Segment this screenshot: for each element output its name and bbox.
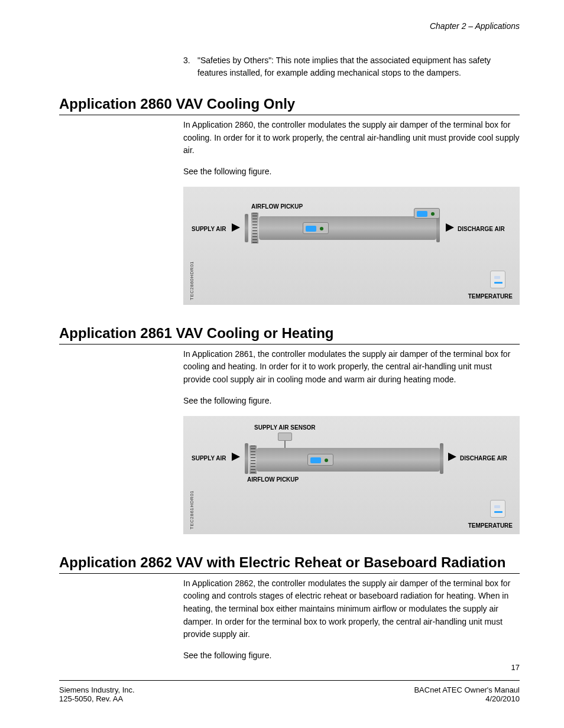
control-panel bbox=[307, 454, 333, 466]
figure-code: TEC2861HDR01 bbox=[189, 490, 195, 529]
label-discharge-air: DISCHARGE AIR bbox=[458, 226, 505, 232]
paragraph: See the following figure. bbox=[183, 649, 520, 662]
duct-flange bbox=[245, 443, 248, 474]
duct-flange bbox=[440, 443, 443, 474]
temperature-sensor-icon bbox=[490, 500, 505, 518]
control-panel bbox=[303, 222, 329, 234]
list-number: 3. bbox=[183, 54, 197, 79]
arrow-right-icon bbox=[448, 453, 456, 461]
indicator-icon bbox=[306, 226, 316, 232]
chapter-header: Chapter 2 – Applications bbox=[59, 21, 520, 31]
footer-company: Siemens Industry, Inc. bbox=[59, 685, 135, 694]
indicator-icon bbox=[310, 457, 321, 463]
terminal-box-duct bbox=[257, 448, 440, 472]
supply-air-sensor-icon bbox=[278, 433, 292, 441]
paragraph: In Application 2861, the controller modu… bbox=[183, 348, 520, 386]
airflow-pickup-scale bbox=[249, 446, 257, 474]
page-number: 17 bbox=[511, 663, 520, 672]
label-airflow-pickup: AIRFLOW PICKUP bbox=[247, 476, 299, 483]
control-panel bbox=[414, 208, 440, 219]
arrow-right-icon bbox=[446, 223, 454, 232]
label-airflow-pickup: AIRFLOW PICKUP bbox=[251, 203, 303, 210]
heading-app-2860: Application 2860 VAV Cooling Only bbox=[59, 96, 520, 115]
label-supply-air-sensor: SUPPLY AIR SENSOR bbox=[254, 424, 316, 431]
indicator-icon bbox=[417, 211, 427, 217]
heading-app-2862: Application 2862 VAV with Electric Rehea… bbox=[59, 554, 520, 574]
indicator-dot-icon bbox=[320, 227, 323, 230]
paragraph: In Application 2862, the controller modu… bbox=[183, 577, 520, 641]
label-supply-air: SUPPLY AIR bbox=[192, 226, 226, 232]
heading-app-2861: Application 2861 VAV Cooling or Heating bbox=[59, 325, 520, 344]
label-supply-air: SUPPLY AIR bbox=[192, 455, 226, 462]
page-footer: Siemens Industry, Inc. 125-5050, Rev. AA… bbox=[59, 680, 520, 703]
list-text: "Safeties by Others": This note implies … bbox=[197, 54, 520, 79]
list-item-3: 3. "Safeties by Others": This note impli… bbox=[183, 54, 520, 79]
paragraph: See the following figure. bbox=[183, 165, 520, 178]
airflow-pickup-scale bbox=[251, 213, 258, 243]
indicator-dot-icon bbox=[431, 212, 435, 216]
label-temperature: TEMPERATURE bbox=[468, 293, 513, 300]
footer-manual-title: BACnet ATEC Owner's Manaul bbox=[414, 685, 520, 694]
paragraph: In Application 2860, the controller modu… bbox=[183, 119, 520, 157]
arrow-right-icon bbox=[232, 453, 240, 461]
footer-date: 4/20/2010 bbox=[414, 694, 520, 703]
footer-docref: 125-5050, Rev. AA bbox=[59, 694, 135, 703]
figure-app-2861: SUPPLY AIR SENSOR SUPPLY AIR AIRFLOW PIC… bbox=[183, 416, 520, 534]
temperature-sensor-icon bbox=[490, 271, 505, 288]
label-discharge-air: DISCHARGE AIR bbox=[460, 455, 507, 462]
figure-code: TEC2860HDR01 bbox=[189, 261, 195, 300]
indicator-dot-icon bbox=[325, 459, 328, 462]
label-temperature: TEMPERATURE bbox=[468, 522, 513, 529]
figure-app-2860: AIRFLOW PICKUP SUPPLY AIR DISCHARGE AIR … bbox=[183, 187, 520, 305]
arrow-right-icon bbox=[232, 223, 240, 232]
terminal-box-duct bbox=[259, 216, 436, 240]
paragraph: See the following figure. bbox=[183, 395, 520, 408]
duct-flange bbox=[245, 214, 248, 242]
